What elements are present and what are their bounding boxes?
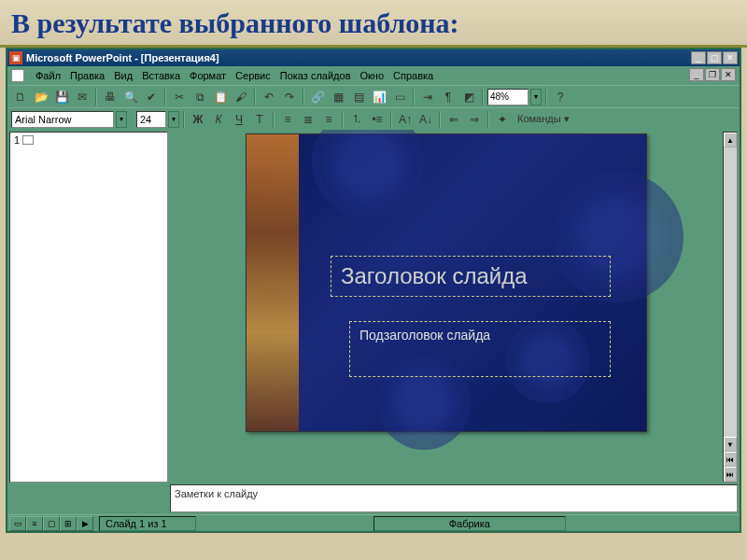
workspace: 1 Заголовок слайда Подзаголовок слайда ▲ — [7, 130, 740, 484]
menu-slideshow[interactable]: Показ слайдов — [280, 70, 351, 81]
menu-edit[interactable]: Правка — [70, 70, 105, 81]
statusbar: ▭ ≡ ▢ ⊞ ▶ Слайд 1 из 1 Фабрика — [7, 514, 740, 531]
outline-pane[interactable]: 1 — [9, 132, 168, 483]
hyperlink-button[interactable]: 🔗 — [308, 88, 327, 106]
shadow-button[interactable]: Т — [250, 110, 269, 129]
slide-canvas[interactable]: Заголовок слайда Подзаголовок слайда — [246, 133, 647, 432]
promote-button[interactable]: ⇐ — [444, 110, 463, 129]
standard-toolbar: 🗋 📂 💾 ✉ 🖶 🔍 ✔ ✂ ⧉ 📋 🖌 ↶ ↷ 🔗 ▦ ▤ 📊 ▭ ⇥ ¶ … — [7, 85, 740, 107]
menu-help[interactable]: Справка — [393, 70, 433, 81]
insert-chart-button[interactable]: 📊 — [370, 88, 388, 106]
tables-button[interactable]: ▦ — [329, 88, 347, 106]
titlebar-text: Microsoft PowerPoint - [Презентация4] — [26, 52, 691, 63]
slide-title-text: Заголовок слайда — [341, 263, 528, 289]
minimize-button[interactable]: _ — [691, 51, 706, 64]
scroll-track[interactable] — [724, 147, 737, 437]
menu-insert[interactable]: Вставка — [142, 70, 180, 81]
italic-button[interactable]: К — [209, 110, 228, 129]
align-left-button[interactable]: ≡ — [278, 110, 297, 129]
slide-thumb-icon — [22, 135, 34, 145]
font-dropdown[interactable]: ▾ — [116, 111, 127, 128]
gear-icon — [312, 130, 424, 218]
titlebar: ▣ Microsoft PowerPoint - [Презентация4] … — [7, 49, 740, 66]
undo-button[interactable]: ↶ — [260, 88, 278, 106]
document-icon — [11, 69, 24, 82]
notes-pane[interactable]: Заметки к слайду — [170, 484, 738, 512]
status-slide-info: Слайд 1 из 1 — [99, 516, 196, 531]
menu-tools[interactable]: Сервис — [235, 70, 271, 81]
cut-button[interactable]: ✂ — [170, 88, 189, 106]
slide-decor-strip — [247, 134, 299, 431]
doc-close-button[interactable]: ✕ — [721, 68, 736, 81]
align-center-button[interactable]: ≣ — [299, 110, 317, 129]
expand-button[interactable]: ⇥ — [418, 88, 437, 106]
grayscale-button[interactable]: ◩ — [459, 88, 478, 106]
app-window: ▣ Microsoft PowerPoint - [Презентация4] … — [6, 48, 741, 533]
slide-subtitle-text: Подзаголовок слайда — [359, 328, 490, 343]
menu-window[interactable]: Окно — [360, 70, 385, 81]
slide-editor[interactable]: Заголовок слайда Подзаголовок слайда — [170, 130, 723, 484]
save-button[interactable]: 💾 — [52, 88, 71, 106]
new-slide-button[interactable]: ▭ — [390, 88, 409, 106]
view-buttons: ▭ ≡ ▢ ⊞ ▶ — [7, 516, 95, 531]
scroll-up-button[interactable]: ▲ — [724, 133, 737, 147]
show-formatting-button[interactable]: ¶ — [439, 88, 458, 106]
bold-button[interactable]: Ж — [189, 110, 207, 129]
formatting-toolbar: Arial Narrow ▾ 24 ▾ Ж К Ч Т ≡ ≣ ≡ ⒈ •≡ A… — [7, 107, 740, 130]
menu-view[interactable]: Вид — [114, 70, 133, 81]
increase-font-button[interactable]: A↑ — [396, 110, 415, 129]
doc-restore-button[interactable]: ❐ — [705, 68, 720, 81]
prev-slide-button[interactable]: ⏮ — [724, 452, 737, 467]
slide-title-placeholder[interactable]: Заголовок слайда — [331, 256, 611, 297]
bullets-button[interactable]: •≡ — [368, 110, 387, 129]
print-preview-button[interactable]: 🔍 — [121, 88, 140, 106]
numbering-button[interactable]: ⒈ — [347, 110, 366, 129]
copy-button[interactable]: ⧉ — [190, 88, 209, 106]
format-painter-button[interactable]: 🖌 — [232, 88, 250, 106]
sorter-view-button[interactable]: ⊞ — [60, 516, 77, 531]
app-name: Microsoft PowerPoint — [26, 52, 132, 63]
zoom-dropdown[interactable]: ▾ — [530, 89, 542, 105]
print-button[interactable]: 🖶 — [101, 88, 120, 106]
scroll-down-button[interactable]: ▼ — [724, 437, 737, 452]
slide-subtitle-placeholder[interactable]: Подзаголовок слайда — [349, 321, 611, 377]
slide-view-button[interactable]: ▢ — [43, 516, 60, 531]
decrease-font-button[interactable]: A↓ — [416, 110, 435, 129]
font-name-input[interactable]: Arial Narrow — [11, 111, 114, 128]
menu-format[interactable]: Формат — [190, 70, 226, 81]
page-heading: В результате выбранного шаблона: — [0, 0, 747, 48]
menu-file[interactable]: Файл — [35, 70, 61, 81]
underline-button[interactable]: Ч — [230, 110, 248, 129]
open-button[interactable]: 📂 — [32, 88, 50, 106]
vertical-scrollbar[interactable]: ▲ ▼ ⏮ ⏭ — [723, 132, 738, 483]
doc-minimize-button[interactable]: _ — [689, 68, 704, 81]
zoom-input[interactable]: 48% — [487, 89, 529, 105]
spellcheck-button[interactable]: ✔ — [142, 88, 161, 106]
font-size-input[interactable]: 24 — [136, 111, 166, 128]
slideshow-view-button[interactable]: ▶ — [77, 516, 93, 531]
font-size-dropdown[interactable]: ▾ — [168, 111, 179, 128]
align-right-button[interactable]: ≡ — [319, 110, 338, 129]
powerpoint-icon: ▣ — [9, 51, 22, 64]
maximize-button[interactable]: ▢ — [707, 51, 722, 64]
next-slide-button[interactable]: ⏭ — [724, 467, 737, 482]
redo-button[interactable]: ↷ — [280, 88, 299, 106]
close-button[interactable]: ✕ — [723, 51, 738, 64]
help-button[interactable]: ? — [551, 88, 570, 106]
paste-button[interactable]: 📋 — [211, 88, 230, 106]
insert-table-button[interactable]: ▤ — [349, 88, 368, 106]
menubar: Файл Правка Вид Вставка Формат Сервис По… — [7, 66, 740, 85]
outline-slide-number: 1 — [14, 134, 20, 146]
commands-dropdown[interactable]: Команды ▾ — [514, 113, 573, 125]
normal-view-button[interactable]: ▭ — [9, 516, 26, 531]
new-button[interactable]: 🗋 — [11, 88, 30, 106]
outline-view-button[interactable]: ≡ — [26, 516, 43, 531]
status-template-name: Фабрика — [374, 516, 566, 531]
animation-effects-button[interactable]: ✦ — [493, 110, 512, 129]
document-name: [Презентация4] — [141, 52, 219, 63]
outline-slide-item[interactable]: 1 — [10, 133, 167, 147]
demote-button[interactable]: ⇒ — [465, 110, 484, 129]
mail-button[interactable]: ✉ — [73, 88, 92, 106]
